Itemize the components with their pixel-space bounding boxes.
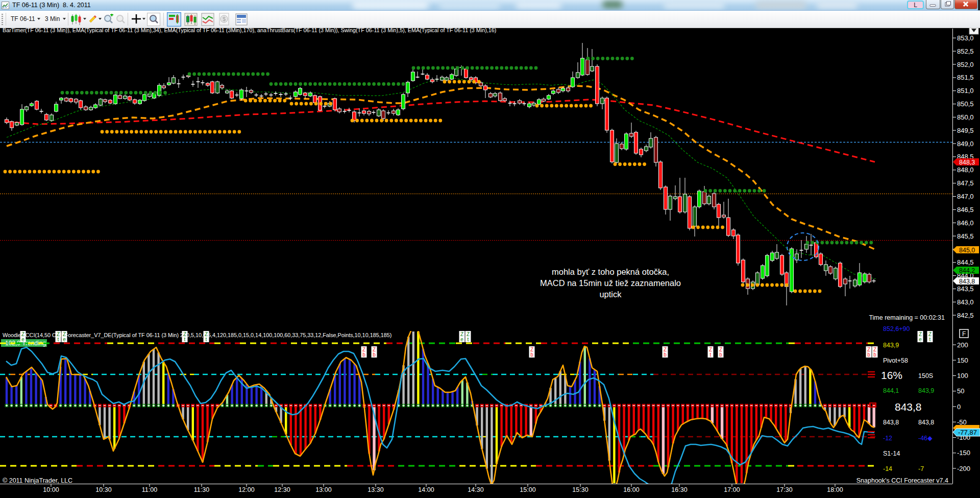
svg-text:844,1: 844,1 [883, 387, 899, 394]
svg-text:14:00: 14:00 [418, 486, 434, 493]
svg-text:18:00: 18:00 [827, 486, 843, 493]
svg-text:17:00: 17:00 [724, 486, 740, 493]
svg-text:17:30: 17:30 [776, 486, 792, 493]
svg-text:843,0: 843,0 [957, 298, 974, 306]
svg-text:843,8: 843,8 [895, 401, 922, 413]
svg-text:-12: -12 [883, 435, 892, 442]
svg-text:848,0: 848,0 [957, 166, 974, 174]
svg-text:849,5: 849,5 [957, 127, 974, 134]
svg-text:200: 200 [957, 341, 968, 349]
svg-text:Time remaining = 00:02:31: Time remaining = 00:02:31 [869, 314, 945, 321]
svg-text:mohla byť z toho pekná otočka,: mohla byť z toho pekná otočka, [552, 267, 669, 276]
svg-text:MACD na 15min už tiež zaznamen: MACD na 15min už tiež zaznamenalo [540, 278, 681, 288]
svg-text:-14: -14 [883, 465, 892, 472]
svg-text:853,0: 853,0 [957, 34, 974, 42]
svg-text:850,0: 850,0 [957, 113, 974, 121]
svg-text:b: b [530, 352, 533, 358]
svg-text:Pivot+58: Pivot+58 [883, 357, 908, 364]
svg-text:843,8: 843,8 [959, 278, 975, 285]
svg-text:t: t [710, 352, 712, 358]
svg-text:10:30: 10:30 [95, 486, 111, 493]
svg-text:848,3: 848,3 [959, 159, 975, 166]
svg-text:844,5: 844,5 [957, 258, 974, 266]
svg-text:845,0: 845,0 [959, 247, 975, 254]
svg-text:11:00: 11:00 [142, 486, 157, 493]
svg-text:16%: 16% [881, 369, 902, 381]
svg-text:-46◆: -46◆ [918, 435, 933, 442]
svg-text:b: b [873, 352, 876, 358]
svg-text:13:30: 13:30 [368, 486, 383, 493]
svg-text:b: b [373, 352, 376, 358]
svg-text:-50: -50 [957, 418, 967, 426]
svg-text:-77,87: -77,87 [958, 429, 977, 436]
svg-text:t: t [184, 337, 186, 342]
svg-text:0: 0 [957, 403, 961, 411]
svg-text:844,2: 844,2 [959, 267, 975, 274]
svg-text:b: b [664, 352, 667, 358]
svg-text:e: e [63, 337, 66, 342]
svg-text:16:00: 16:00 [623, 486, 639, 493]
svg-text:851,0: 851,0 [957, 87, 974, 94]
svg-text:150S: 150S [918, 372, 933, 380]
svg-text:b: b [362, 352, 365, 358]
svg-text:© 2011 NinjaTrader, LLC: © 2011 NinjaTrader, LLC [3, 477, 72, 484]
svg-text:t: t [468, 337, 469, 342]
svg-text:-150: -150 [957, 449, 970, 457]
svg-text:t: t [206, 337, 207, 342]
svg-text:-7: -7 [918, 465, 924, 472]
svg-text:12:00: 12:00 [238, 486, 254, 493]
svg-text:852,0: 852,0 [957, 61, 974, 68]
svg-text:e: e [460, 337, 463, 342]
svg-text:11:30: 11:30 [194, 486, 209, 493]
svg-text:10:00: 10:00 [43, 486, 59, 493]
svg-text:12:30: 12:30 [274, 486, 290, 493]
svg-text:e: e [919, 337, 922, 342]
svg-text:150: 150 [957, 357, 968, 364]
svg-text:850,5: 850,5 [957, 100, 974, 108]
svg-text:845,5: 845,5 [957, 232, 974, 240]
svg-text:843,8: 843,8 [883, 419, 899, 426]
svg-text:15:30: 15:30 [572, 486, 588, 493]
svg-text:846,0: 846,0 [957, 219, 974, 227]
svg-text:852,6+90: 852,6+90 [883, 325, 910, 333]
svg-text:849,0: 849,0 [957, 140, 974, 148]
svg-text:842,5: 842,5 [957, 312, 974, 319]
svg-text:847,0: 847,0 [957, 193, 974, 200]
svg-text:852,5: 852,5 [957, 48, 974, 55]
svg-text:b: b [719, 352, 722, 358]
svg-text:100: 100 [957, 372, 968, 380]
svg-text:e: e [21, 337, 24, 342]
svg-text:15:00: 15:00 [520, 486, 535, 493]
svg-text:uptick: uptick [599, 290, 622, 299]
svg-text:14:30: 14:30 [468, 486, 483, 493]
svg-text:t: t [58, 337, 59, 342]
svg-text:50: 50 [957, 387, 964, 395]
svg-text:$: $ [223, 16, 226, 22]
svg-text:843,9: 843,9 [883, 342, 899, 349]
svg-text:843,8: 843,8 [918, 419, 934, 426]
svg-text:F: F [962, 330, 966, 338]
svg-text:851,5: 851,5 [957, 74, 974, 81]
svg-text:13:00: 13:00 [315, 486, 331, 493]
svg-text:t: t [929, 337, 931, 342]
svg-text:S1-14: S1-14 [883, 450, 900, 457]
svg-text:Snaphook's CCI Forecaster v7.4: Snaphook's CCI Forecaster v7.4 [856, 477, 948, 484]
svg-text:843,9: 843,9 [918, 387, 934, 394]
svg-text:847,5: 847,5 [957, 179, 974, 187]
svg-text:b: b [867, 352, 870, 358]
svg-text:843,5: 843,5 [957, 285, 974, 293]
svg-text:-200: -200 [957, 465, 970, 472]
svg-text:16:30: 16:30 [671, 486, 687, 493]
svg-text:846,5: 846,5 [957, 206, 974, 214]
